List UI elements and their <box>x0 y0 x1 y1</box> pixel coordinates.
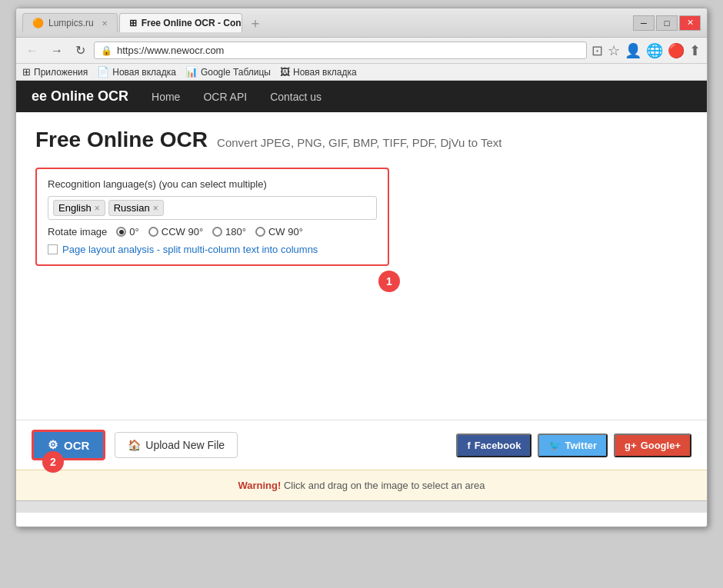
facebook-icon: f <box>467 440 470 451</box>
step-badge-2: 2 <box>42 451 64 473</box>
lumpics-icon: 🟠 <box>32 18 44 28</box>
close-button[interactable]: ✕ <box>679 15 701 31</box>
page-content: ee Online OCR Home OCR API Contact us Fr… <box>16 81 707 527</box>
lock-icon: 🔒 <box>101 45 112 56</box>
page-heading: Free Online OCR Convert JPEG, PNG, GIF, … <box>35 128 688 152</box>
recognition-box: Recognition language(s) (you can select … <box>35 168 389 266</box>
maximize-button[interactable]: □ <box>656 15 678 31</box>
nav-ocr-api[interactable]: OCR API <box>203 91 247 103</box>
google-button[interactable]: g+ Google+ <box>614 434 691 457</box>
forward-button[interactable]: → <box>47 42 67 59</box>
warning-bar: Warning! Click and drag on the image to … <box>16 470 707 500</box>
rotate-ccw90[interactable]: CCW 90° <box>148 226 203 238</box>
title-bar: 🟠 Lumpics.ru ✕ ⊞ Free Online OCR - Conve… <box>16 8 707 38</box>
home-icon: 🏠 <box>128 439 141 451</box>
refresh-button[interactable]: ↻ <box>72 42 89 59</box>
profile-icon[interactable]: 👤 <box>625 42 641 59</box>
lang-english-remove[interactable]: × <box>95 203 100 214</box>
rotate-row: Rotate image 0° CCW 90° 180° <box>48 226 377 238</box>
bookmarks-bar: ⊞ Приложения 📄 Новая вкладка 📊 Google Та… <box>16 64 707 81</box>
toolbar-icons: ⊡ ☆ 👤 🌐 🔴 ⬆ <box>591 42 701 59</box>
page-subtitle: Convert JPEG, PNG, GIF, BMP, TIFF, PDF, … <box>217 136 501 149</box>
twitter-button[interactable]: 🐦 Twitter <box>538 434 608 457</box>
rotate-180-label: 180° <box>225 226 246 238</box>
bookmark-apps[interactable]: ⊞ Приложения <box>22 66 88 78</box>
page-title: Free Online OCR <box>35 128 208 152</box>
globe-icon[interactable]: 🌐 <box>646 42 663 59</box>
google-label: Google+ <box>641 440 681 451</box>
newocr-icon: ⊞ <box>129 18 137 28</box>
translate-icon[interactable]: ⊡ <box>591 42 603 59</box>
lang-russian-remove[interactable]: × <box>153 203 158 214</box>
recognition-label: Recognition language(s) (you can select … <box>48 178 377 190</box>
lumpics-tab-close[interactable]: ✕ <box>102 19 108 28</box>
lang-input-row[interactable]: English × Russian × <box>48 196 377 220</box>
google-icon: g+ <box>625 440 637 451</box>
lang-english-text: English <box>58 202 92 214</box>
facebook-label: Facebook <box>475 440 521 451</box>
url-text: https://www.newocr.com <box>117 45 580 56</box>
lang-tag-english: English × <box>53 200 105 216</box>
social-buttons: f Facebook 🐦 Twitter g+ Google+ <box>456 434 691 457</box>
bookmark-newtab1-label: Новая вкладка <box>112 67 176 78</box>
step-badge-2-wrapper: 2 <box>42 451 64 473</box>
tab-newocr[interactable]: ⊞ Free Online OCR - Convert JPEG ✕ <box>119 13 242 32</box>
nav-contact[interactable]: Contact us <box>270 91 322 103</box>
bookmark-newtab2-label: Новая вкладка <box>293 67 357 78</box>
star-icon[interactable]: ☆ <box>608 42 620 59</box>
step-badge-1: 1 <box>378 271 400 292</box>
bottom-scrollbar[interactable] <box>16 500 707 513</box>
page-layout-row[interactable]: Page layout analysis - split multi-colum… <box>48 244 377 255</box>
nav-home[interactable]: Home <box>152 91 180 103</box>
newocr-tab-label: Free Online OCR - Convert JPEG <box>142 18 242 28</box>
step-badge-1-wrapper: 1 <box>378 271 400 292</box>
bookmark-newtab1[interactable]: 📄 Новая вкладка <box>97 66 176 78</box>
page-layout-checkbox[interactable] <box>48 244 58 254</box>
minimize-button[interactable]: ─ <box>633 15 655 31</box>
lang-tag-russian: Russian × <box>108 200 164 216</box>
warning-text: Click and drag on the image to select an… <box>284 480 485 491</box>
upload-button[interactable]: 🏠 Upload New File <box>115 432 238 458</box>
rotate-0[interactable]: 0° <box>116 226 138 238</box>
browser-window: 🟠 Lumpics.ru ✕ ⊞ Free Online OCR - Conve… <box>15 8 708 527</box>
bookmark-apps-label: Приложения <box>34 67 88 78</box>
new-tab-button[interactable]: ＋ <box>244 14 267 32</box>
empty-area <box>35 281 688 404</box>
ocr-label: OCR <box>64 439 89 452</box>
radio-0-icon <box>116 227 126 237</box>
page-layout-label: Page layout analysis - split multi-colum… <box>62 244 318 255</box>
facebook-button[interactable]: f Facebook <box>456 434 531 457</box>
back-button[interactable]: ← <box>22 42 42 59</box>
bookmark-newtab2[interactable]: 🖼 Новая вкладка <box>280 66 357 78</box>
rotate-180[interactable]: 180° <box>212 226 246 238</box>
action-bar: ⚙ OCR 2 🏠 Upload New File f Facebook 🐦 <box>16 420 707 470</box>
gear-icon: ⚙ <box>48 438 58 452</box>
rotate-cw90[interactable]: CW 90° <box>255 226 303 238</box>
radio-180-icon <box>212 227 222 237</box>
upload-label: Upload New File <box>145 439 225 451</box>
tab-bar: 🟠 Lumpics.ru ✕ ⊞ Free Online OCR - Conve… <box>22 13 267 32</box>
twitter-bird-icon: 🐦 <box>548 440 561 451</box>
rotate-0-label: 0° <box>129 226 138 238</box>
sheets-icon: 📊 <box>185 66 198 78</box>
window-controls: ─ □ ✕ <box>633 15 701 31</box>
radio-cw90-icon <box>255 227 265 237</box>
lang-search-input[interactable] <box>167 202 371 214</box>
recognition-section: Recognition language(s) (you can select … <box>35 168 389 281</box>
lang-russian-text: Russian <box>114 202 150 214</box>
arrow-up-icon[interactable]: ⬆ <box>689 42 701 59</box>
doc-icon: 📄 <box>97 66 109 78</box>
rotate-ccw90-label: CCW 90° <box>162 226 203 238</box>
ocr-btn-wrapper: ⚙ OCR 2 <box>32 430 105 460</box>
bookmark-sheets[interactable]: 📊 Google Таблицы <box>185 66 271 78</box>
address-bar-row: ← → ↻ 🔒 https://www.newocr.com ⊡ ☆ 👤 🌐 🔴… <box>16 38 707 64</box>
image-icon: 🖼 <box>280 66 290 78</box>
rotate-label: Rotate image <box>48 226 107 238</box>
bookmark-sheets-label: Google Таблицы <box>201 67 271 78</box>
site-nav: ee Online OCR Home OCR API Contact us <box>16 81 707 112</box>
apps-grid-icon: ⊞ <box>22 66 31 78</box>
twitter-label: Twitter <box>565 440 597 451</box>
tab-lumpics[interactable]: 🟠 Lumpics.ru ✕ <box>22 13 118 32</box>
extension-icon[interactable]: 🔴 <box>668 42 685 59</box>
address-box[interactable]: 🔒 https://www.newocr.com <box>94 42 587 59</box>
